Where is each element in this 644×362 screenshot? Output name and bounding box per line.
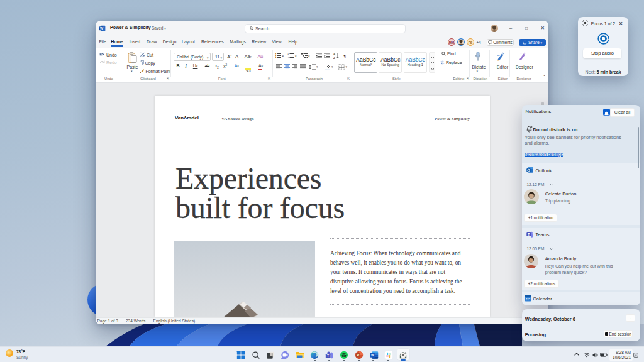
svg-text:W: W (100, 26, 103, 30)
svg-text:1: 1 (287, 53, 289, 55)
svg-text:Z: Z (333, 57, 335, 60)
svg-text:T: T (327, 354, 329, 358)
svg-text:A: A (333, 53, 336, 56)
svg-text:2: 2 (287, 56, 289, 58)
svg-text:P: P (357, 353, 359, 356)
